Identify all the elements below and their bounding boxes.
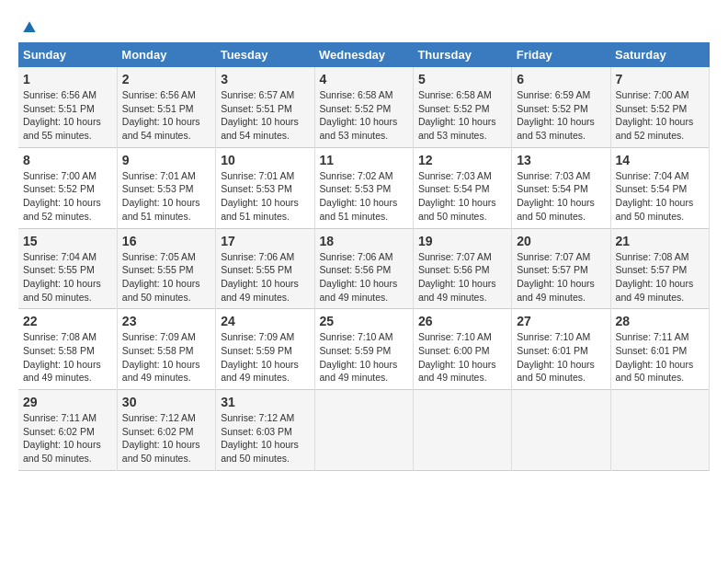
day-info: Sunrise: 7:01 AMSunset: 5:53 PMDaylight:…: [221, 170, 299, 222]
calendar-cell: 7Sunrise: 7:00 AMSunset: 5:52 PMDaylight…: [610, 67, 709, 147]
day-number: 11: [320, 153, 408, 167]
day-info: Sunrise: 6:57 AMSunset: 5:51 PMDaylight:…: [221, 89, 299, 141]
calendar-cell: 23Sunrise: 7:09 AMSunset: 5:58 PMDayligh…: [117, 309, 215, 390]
day-info: Sunrise: 6:58 AMSunset: 5:52 PMDaylight:…: [418, 89, 496, 141]
day-number: 6: [517, 72, 605, 86]
day-info: Sunrise: 7:10 AMSunset: 6:00 PMDaylight:…: [418, 331, 496, 383]
calendar-cell: 24Sunrise: 7:09 AMSunset: 5:59 PMDayligh…: [216, 309, 314, 390]
calendar-cell: 1Sunrise: 6:56 AMSunset: 5:51 PMDaylight…: [18, 67, 117, 147]
calendar-cell: 5Sunrise: 6:58 AMSunset: 5:52 PMDaylight…: [413, 67, 511, 147]
calendar-cell: 20Sunrise: 7:07 AMSunset: 5:57 PMDayligh…: [512, 228, 610, 309]
day-number: 18: [320, 234, 408, 248]
day-info: Sunrise: 7:11 AMSunset: 6:02 PMDaylight:…: [23, 412, 101, 464]
day-number: 2: [122, 72, 210, 86]
calendar-cell: 8Sunrise: 7:00 AMSunset: 5:52 PMDaylight…: [18, 147, 117, 228]
calendar-cell: 18Sunrise: 7:06 AMSunset: 5:56 PMDayligh…: [314, 228, 413, 309]
day-info: Sunrise: 6:58 AMSunset: 5:52 PMDaylight:…: [320, 89, 398, 141]
calendar-cell: 11Sunrise: 7:02 AMSunset: 5:53 PMDayligh…: [314, 147, 413, 228]
day-info: Sunrise: 7:10 AMSunset: 6:01 PMDaylight:…: [517, 331, 595, 383]
calendar-week-4: 22Sunrise: 7:08 AMSunset: 5:58 PMDayligh…: [18, 309, 710, 390]
calendar-cell: 6Sunrise: 6:59 AMSunset: 5:52 PMDaylight…: [512, 67, 610, 147]
day-number: 10: [221, 153, 309, 167]
calendar-cell: 12Sunrise: 7:03 AMSunset: 5:54 PMDayligh…: [413, 147, 511, 228]
col-thursday: Thursday: [413, 42, 511, 67]
header: [18, 18, 710, 33]
day-info: Sunrise: 7:12 AMSunset: 6:03 PMDaylight:…: [221, 412, 299, 464]
day-number: 23: [122, 314, 210, 328]
day-number: 21: [616, 234, 704, 248]
calendar-cell: 13Sunrise: 7:03 AMSunset: 5:54 PMDayligh…: [512, 147, 610, 228]
day-info: Sunrise: 7:01 AMSunset: 5:53 PMDaylight:…: [122, 170, 200, 222]
day-number: 17: [221, 234, 309, 248]
calendar-cell: [610, 390, 709, 471]
calendar-cell: 15Sunrise: 7:04 AMSunset: 5:55 PMDayligh…: [18, 228, 117, 309]
calendar-cell: 22Sunrise: 7:08 AMSunset: 5:58 PMDayligh…: [18, 309, 117, 390]
day-info: Sunrise: 7:07 AMSunset: 5:56 PMDaylight:…: [418, 251, 496, 303]
col-friday: Friday: [512, 42, 610, 67]
day-number: 26: [418, 314, 506, 328]
day-info: Sunrise: 6:56 AMSunset: 5:51 PMDaylight:…: [122, 89, 200, 141]
calendar-cell: 14Sunrise: 7:04 AMSunset: 5:54 PMDayligh…: [610, 147, 709, 228]
calendar-cell: [413, 390, 511, 471]
day-info: Sunrise: 7:11 AMSunset: 6:01 PMDaylight:…: [616, 331, 694, 383]
calendar-week-3: 15Sunrise: 7:04 AMSunset: 5:55 PMDayligh…: [18, 228, 710, 309]
col-saturday: Saturday: [610, 42, 709, 67]
col-wednesday: Wednesday: [314, 42, 413, 67]
col-sunday: Sunday: [18, 42, 117, 67]
day-number: 20: [517, 234, 605, 248]
logo: [18, 18, 39, 33]
day-info: Sunrise: 7:08 AMSunset: 5:58 PMDaylight:…: [23, 331, 101, 383]
day-number: 27: [517, 314, 605, 328]
day-number: 16: [122, 234, 210, 248]
day-info: Sunrise: 7:07 AMSunset: 5:57 PMDaylight:…: [517, 251, 595, 303]
day-info: Sunrise: 6:59 AMSunset: 5:52 PMDaylight:…: [517, 89, 595, 141]
day-number: 5: [418, 72, 506, 86]
calendar-cell: [314, 390, 413, 471]
day-number: 29: [23, 395, 112, 409]
col-tuesday: Tuesday: [216, 42, 314, 67]
calendar-table: Sunday Monday Tuesday Wednesday Thursday…: [18, 42, 710, 471]
day-info: Sunrise: 7:06 AMSunset: 5:55 PMDaylight:…: [221, 251, 299, 303]
day-info: Sunrise: 7:00 AMSunset: 5:52 PMDaylight:…: [616, 89, 694, 141]
calendar-cell: 17Sunrise: 7:06 AMSunset: 5:55 PMDayligh…: [216, 228, 314, 309]
calendar-cell: 31Sunrise: 7:12 AMSunset: 6:03 PMDayligh…: [216, 390, 314, 471]
day-number: 3: [221, 72, 309, 86]
day-info: Sunrise: 7:03 AMSunset: 5:54 PMDaylight:…: [517, 170, 595, 222]
calendar-cell: 29Sunrise: 7:11 AMSunset: 6:02 PMDayligh…: [18, 390, 117, 471]
day-number: 19: [418, 234, 506, 248]
day-number: 25: [320, 314, 408, 328]
day-info: Sunrise: 7:04 AMSunset: 5:54 PMDaylight:…: [616, 170, 694, 222]
calendar-cell: 9Sunrise: 7:01 AMSunset: 5:53 PMDaylight…: [117, 147, 215, 228]
day-number: 7: [616, 72, 704, 86]
day-number: 4: [320, 72, 408, 86]
day-number: 13: [517, 153, 605, 167]
calendar-cell: 28Sunrise: 7:11 AMSunset: 6:01 PMDayligh…: [610, 309, 709, 390]
day-info: Sunrise: 7:02 AMSunset: 5:53 PMDaylight:…: [320, 170, 398, 222]
day-number: 24: [221, 314, 309, 328]
day-number: 28: [616, 314, 704, 328]
calendar-cell: 26Sunrise: 7:10 AMSunset: 6:00 PMDayligh…: [413, 309, 511, 390]
day-number: 14: [616, 153, 704, 167]
day-number: 8: [23, 153, 112, 167]
day-info: Sunrise: 7:06 AMSunset: 5:56 PMDaylight:…: [320, 251, 398, 303]
day-info: Sunrise: 7:04 AMSunset: 5:55 PMDaylight:…: [23, 251, 101, 303]
day-number: 31: [221, 395, 309, 409]
calendar-week-2: 8Sunrise: 7:00 AMSunset: 5:52 PMDaylight…: [18, 147, 710, 228]
day-number: 9: [122, 153, 210, 167]
day-info: Sunrise: 7:00 AMSunset: 5:52 PMDaylight:…: [23, 170, 101, 222]
col-monday: Monday: [117, 42, 215, 67]
calendar-week-5: 29Sunrise: 7:11 AMSunset: 6:02 PMDayligh…: [18, 390, 710, 471]
svg-marker-0: [23, 21, 35, 32]
calendar-cell: 3Sunrise: 6:57 AMSunset: 5:51 PMDaylight…: [216, 67, 314, 147]
day-number: 15: [23, 234, 112, 248]
day-info: Sunrise: 7:10 AMSunset: 5:59 PMDaylight:…: [320, 331, 398, 383]
day-number: 30: [122, 395, 210, 409]
logo-icon: [20, 18, 39, 37]
calendar-cell: 27Sunrise: 7:10 AMSunset: 6:01 PMDayligh…: [512, 309, 610, 390]
calendar-cell: 25Sunrise: 7:10 AMSunset: 5:59 PMDayligh…: [314, 309, 413, 390]
day-info: Sunrise: 7:09 AMSunset: 5:58 PMDaylight:…: [122, 331, 200, 383]
calendar-cell: 30Sunrise: 7:12 AMSunset: 6:02 PMDayligh…: [117, 390, 215, 471]
day-info: Sunrise: 7:03 AMSunset: 5:54 PMDaylight:…: [418, 170, 496, 222]
calendar-week-1: 1Sunrise: 6:56 AMSunset: 5:51 PMDaylight…: [18, 67, 710, 147]
day-info: Sunrise: 7:12 AMSunset: 6:02 PMDaylight:…: [122, 412, 200, 464]
